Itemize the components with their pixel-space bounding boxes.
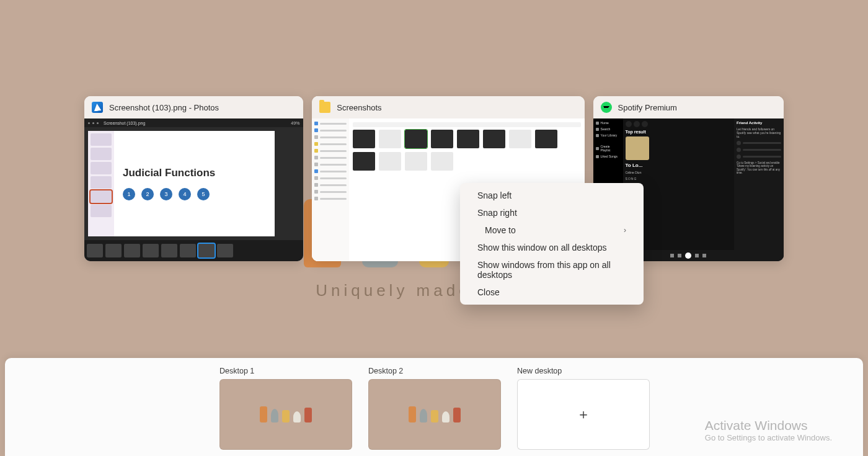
desktop-thumbnail[interactable] bbox=[368, 379, 501, 450]
window-title: Screenshot (103).png - Photos bbox=[109, 103, 219, 112]
slide-bullet: 2 bbox=[141, 188, 154, 200]
spotify-track-title: To Lo... bbox=[626, 163, 732, 168]
next-icon bbox=[695, 254, 699, 257]
repeat-icon bbox=[702, 254, 706, 257]
task-view-windows: Screenshot (103).png - Photos Screenshot… bbox=[84, 96, 784, 261]
desktop-thumbnail[interactable] bbox=[219, 379, 352, 450]
spotify-friend-hint: Let friends and followers on Spotify see… bbox=[737, 127, 781, 138]
menu-label: Snap right bbox=[477, 208, 517, 218]
spotify-nav-library: Your Library bbox=[601, 133, 621, 137]
slide-bullet: 1 bbox=[123, 188, 135, 200]
photos-zoom: 49% bbox=[291, 121, 299, 125]
play-icon bbox=[685, 253, 691, 259]
slide-bullet: 3 bbox=[160, 188, 172, 200]
spotify-section-top-result: Top result bbox=[626, 130, 732, 134]
spotify-icon bbox=[601, 102, 612, 113]
menu-label: Snap left bbox=[477, 190, 512, 200]
menu-label: Move to bbox=[485, 225, 516, 235]
menu-show-on-all[interactable]: Show this window on all desktops bbox=[460, 239, 644, 256]
window-title-bar[interactable]: Screenshots bbox=[312, 96, 584, 118]
window-photos[interactable]: Screenshot (103).png - Photos Screenshot… bbox=[84, 96, 303, 261]
menu-label: Show windows from this app on all deskto… bbox=[477, 260, 626, 280]
virtual-desktops-tray: Desktop 1 Desktop 2 New desktop ＋ bbox=[5, 358, 863, 456]
menu-move-to[interactable]: Move to › bbox=[460, 221, 644, 239]
shuffle-icon bbox=[670, 254, 674, 257]
photos-app-icon bbox=[92, 102, 103, 113]
desktop-label: New desktop bbox=[517, 367, 650, 375]
album-art bbox=[626, 136, 649, 160]
spotify-friend-more: Go to Settings > Social and enable 'Shar… bbox=[737, 161, 781, 175]
slide-bullet: 4 bbox=[179, 188, 191, 200]
spotify-friend-header: Friend Activity bbox=[737, 121, 781, 125]
spotify-track-artist: Céline Dion bbox=[626, 171, 732, 174]
window-title: Screenshots bbox=[337, 103, 381, 112]
window-preview: Screenshot (103).png 49% Judicial Functi… bbox=[84, 118, 303, 261]
window-title: Spotify Premium bbox=[618, 103, 677, 112]
window-title-bar[interactable]: Screenshot (103).png - Photos bbox=[84, 96, 303, 118]
new-desktop[interactable]: New desktop ＋ bbox=[517, 367, 650, 450]
desktop-1[interactable]: Desktop 1 bbox=[219, 367, 352, 456]
desktop-label: Desktop 1 bbox=[219, 367, 352, 375]
chevron-right-icon: › bbox=[624, 226, 626, 235]
back-icon bbox=[626, 121, 632, 127]
spotify-nav-home: Home bbox=[601, 121, 621, 125]
menu-show-app-on-all[interactable]: Show windows from this app on all deskto… bbox=[460, 256, 644, 284]
desktop-label: Desktop 2 bbox=[368, 367, 501, 375]
spotify-nav-create: Create Playlist bbox=[601, 145, 621, 152]
folder-icon bbox=[319, 102, 330, 113]
photos-filename: Screenshot (103).png bbox=[104, 121, 145, 125]
spotify-track-tag: SONG bbox=[626, 177, 732, 181]
menu-snap-left[interactable]: Snap left bbox=[460, 187, 644, 204]
new-desktop-button[interactable]: ＋ bbox=[517, 379, 650, 450]
window-title-bar[interactable]: Spotify Premium bbox=[593, 96, 784, 118]
menu-label: Close bbox=[477, 287, 500, 297]
prev-icon bbox=[678, 254, 681, 257]
menu-close[interactable]: Close bbox=[460, 284, 644, 301]
desktop-2[interactable]: Desktop 2 bbox=[368, 367, 501, 450]
search-icon bbox=[634, 121, 640, 127]
menu-snap-right[interactable]: Snap right bbox=[460, 204, 644, 221]
slide-title: Judicial Functions bbox=[123, 167, 215, 179]
spotify-nav-search: Search bbox=[601, 127, 621, 131]
menu-label: Show this window on all desktops bbox=[477, 243, 607, 253]
slide-bullet: 5 bbox=[197, 188, 210, 200]
forward-icon bbox=[642, 121, 648, 127]
plus-icon: ＋ bbox=[577, 405, 590, 424]
window-context-menu: Snap left Snap right Move to › Show this… bbox=[460, 183, 644, 305]
spotify-nav-liked: Liked Songs bbox=[601, 154, 621, 158]
